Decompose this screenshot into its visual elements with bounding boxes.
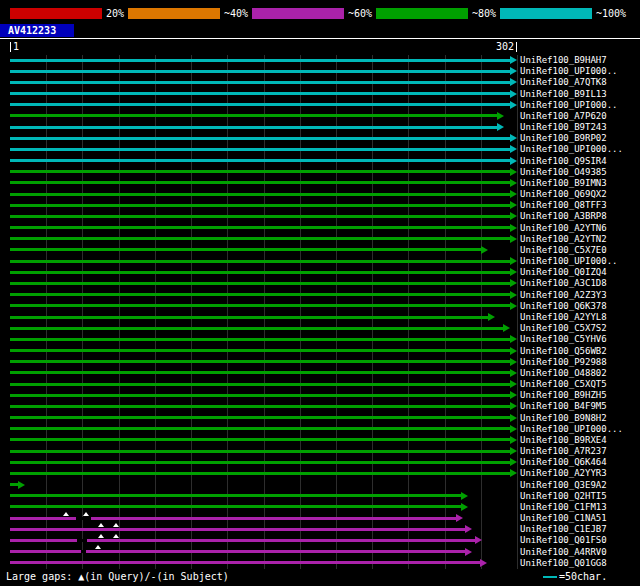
hit-label[interactable]: UniRef100_B9HAH7 (520, 55, 607, 66)
alignment-bar-arrowhead[interactable] (510, 101, 517, 109)
alignment-bar[interactable] (10, 248, 481, 251)
alignment-bar[interactable] (10, 304, 510, 307)
alignment-bar[interactable] (10, 59, 510, 62)
alignment-bar-arrowhead[interactable] (481, 246, 488, 254)
alignment-bar-arrowhead[interactable] (461, 492, 468, 500)
hit-label[interactable]: UniRef100_C1EJB7 (520, 524, 607, 535)
alignment-bar-arrowhead[interactable] (510, 380, 517, 388)
hit-label[interactable]: UniRef100_C5YHV6 (520, 334, 607, 345)
alignment-bar[interactable] (10, 226, 510, 229)
alignment-bar-arrowhead[interactable] (510, 56, 517, 64)
alignment-bar[interactable] (10, 282, 510, 285)
alignment-bar[interactable] (10, 114, 497, 117)
alignment-bar[interactable] (10, 159, 510, 162)
alignment-bar[interactable] (10, 81, 510, 84)
hit-label[interactable]: UniRef100_Q01FS0 (520, 535, 607, 546)
hit-label[interactable]: UniRef100_A2YYL8 (520, 312, 607, 323)
alignment-bar[interactable] (10, 215, 510, 218)
alignment-bar-arrowhead[interactable] (510, 291, 517, 299)
alignment-bar-arrowhead[interactable] (510, 469, 517, 477)
alignment-bar-arrowhead[interactable] (461, 503, 468, 511)
hit-label[interactable]: UniRef100_Q6K378 (520, 301, 607, 312)
alignment-bar-arrowhead[interactable] (510, 391, 517, 399)
alignment-bar[interactable] (10, 92, 510, 95)
hit-label[interactable]: UniRef100_C5X7S2 (520, 323, 607, 334)
hit-label[interactable]: UniRef100_A2Z3Y3 (520, 290, 607, 301)
hit-label[interactable]: UniRef100_C1NA51 (520, 513, 607, 524)
alignment-bar[interactable] (10, 148, 510, 151)
alignment-bar-arrowhead[interactable] (510, 335, 517, 343)
alignment-bar[interactable] (10, 494, 461, 497)
alignment-bar-arrowhead[interactable] (510, 157, 517, 165)
alignment-bar[interactable] (10, 271, 510, 274)
alignment-bar[interactable] (10, 405, 510, 408)
alignment-bar-arrowhead[interactable] (510, 179, 517, 187)
alignment-bar-arrowhead[interactable] (475, 536, 482, 544)
hit-label[interactable]: UniRef100_B9T243 (520, 122, 607, 133)
hit-label[interactable]: UniRef100_A7QTK8 (520, 77, 607, 88)
hit-label[interactable]: UniRef100_Q8TFF3 (520, 200, 607, 211)
alignment-bar[interactable] (10, 383, 510, 386)
hit-label[interactable]: UniRef100_B9RXE4 (520, 435, 607, 446)
hit-label[interactable]: UniRef100_O49385 (520, 167, 607, 178)
alignment-bar-arrowhead[interactable] (510, 78, 517, 86)
alignment-bar-arrowhead[interactable] (510, 134, 517, 142)
alignment-bar[interactable] (10, 70, 510, 73)
alignment-bar[interactable] (10, 427, 510, 430)
hit-label[interactable]: UniRef100_B9N8H2 (520, 413, 607, 424)
hit-label[interactable]: UniRef100_A7P620 (520, 111, 607, 122)
hit-label[interactable]: UniRef100_A7R237 (520, 446, 607, 457)
alignment-bar-arrowhead[interactable] (18, 481, 25, 489)
alignment-bar-arrowhead[interactable] (510, 145, 517, 153)
alignment-bar[interactable] (10, 528, 465, 531)
alignment-bar[interactable] (10, 170, 510, 173)
hit-label[interactable]: UniRef100_O48802 (520, 368, 607, 379)
alignment-bar-arrowhead[interactable] (510, 67, 517, 75)
hit-label[interactable]: UniRef100_Q0IZQ4 (520, 267, 607, 278)
hit-label[interactable]: UniRef100_B9IMN3 (520, 178, 607, 189)
hit-label[interactable]: UniRef100_UPI000.. (520, 100, 618, 111)
hit-label[interactable]: UniRef100_Q9SIR4 (520, 156, 607, 167)
hit-label[interactable]: UniRef100_A2YTN6 (520, 223, 607, 234)
alignment-bar[interactable] (10, 293, 510, 296)
hit-label[interactable]: UniRef100_UPI000... (520, 144, 623, 155)
alignment-bar[interactable] (10, 349, 510, 352)
alignment-bar-arrowhead[interactable] (510, 190, 517, 198)
alignment-bar-arrowhead[interactable] (510, 212, 517, 220)
alignment-bar-arrowhead[interactable] (510, 168, 517, 176)
hit-label[interactable]: UniRef100_B9RP02 (520, 133, 607, 144)
hit-label[interactable]: UniRef100_C5X7E0 (520, 245, 607, 256)
alignment-bar[interactable] (10, 438, 510, 441)
alignment-bar-arrowhead[interactable] (510, 458, 517, 466)
alignment-bar-arrowhead[interactable] (510, 224, 517, 232)
hit-label[interactable]: UniRef100_A3BRP8 (520, 211, 607, 222)
alignment-bar[interactable] (10, 505, 461, 508)
alignment-bar-arrowhead[interactable] (510, 268, 517, 276)
alignment-bar-arrowhead[interactable] (465, 525, 472, 533)
alignment-bar[interactable] (10, 181, 510, 184)
alignment-bar-arrowhead[interactable] (510, 279, 517, 287)
alignment-bar[interactable] (10, 327, 503, 330)
hit-label[interactable]: UniRef100_Q3E9A2 (520, 480, 607, 491)
alignment-bar[interactable] (10, 360, 510, 363)
alignment-bar[interactable] (10, 416, 510, 419)
alignment-bar-arrowhead[interactable] (480, 559, 487, 567)
alignment-bar-arrowhead[interactable] (510, 347, 517, 355)
alignment-bar[interactable] (10, 316, 488, 319)
alignment-bar[interactable] (10, 338, 510, 341)
hit-label[interactable]: UniRef100_Q01GG8 (520, 558, 607, 569)
alignment-bar-arrowhead[interactable] (510, 447, 517, 455)
hit-label[interactable]: UniRef100_Q69QX2 (520, 189, 607, 200)
alignment-bar-arrowhead[interactable] (510, 90, 517, 98)
alignment-bar-arrowhead[interactable] (456, 514, 463, 522)
hit-label[interactable]: UniRef100_UPI000.. (520, 66, 618, 77)
alignment-bar-arrowhead[interactable] (510, 358, 517, 366)
hit-label[interactable]: UniRef100_Q6K464 (520, 457, 607, 468)
alignment-bar-arrowhead[interactable] (510, 414, 517, 422)
alignment-bar[interactable] (10, 371, 510, 374)
hit-label[interactable]: UniRef100_A2YTN2 (520, 234, 607, 245)
hit-label[interactable]: UniRef100_B9IL13 (520, 89, 607, 100)
alignment-bar[interactable] (10, 450, 510, 453)
hit-label[interactable]: UniRef100_A4RRV0 (520, 547, 607, 558)
hit-label[interactable]: UniRef100_UPI000.. (520, 256, 618, 267)
